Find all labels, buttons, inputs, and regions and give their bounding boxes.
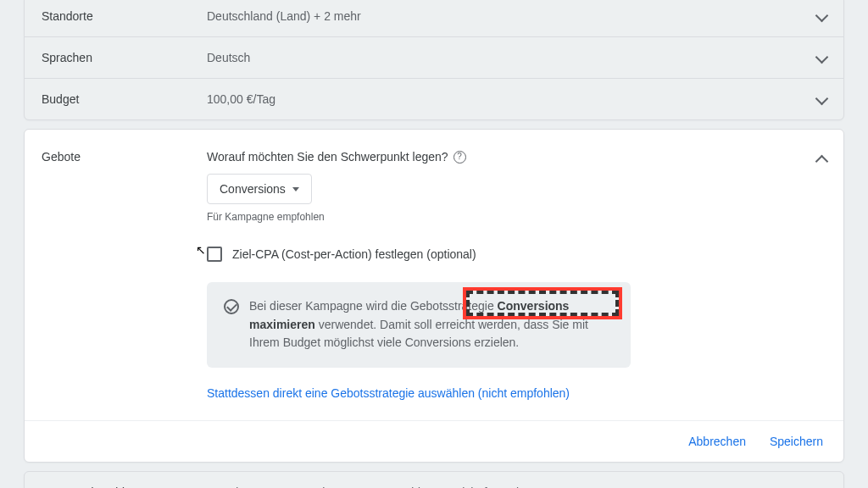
caret-down-icon (292, 187, 299, 191)
row-sprachen[interactable]: Sprachen Deutsch (25, 36, 843, 78)
row-standorte[interactable]: Standorte Deutschland (Land) + 2 mehr (25, 0, 843, 36)
actions-bar: Abbrechen Speichern (25, 420, 843, 462)
gebote-question-text: Worauf möchten Sie den Schwerpunkt legen… (207, 150, 448, 164)
chevron-down-icon (817, 92, 826, 107)
summary-card: Standorte Deutschland (Land) + 2 mehr Sp… (24, 0, 844, 120)
chevron-up-icon[interactable] (817, 152, 826, 420)
chevron-down-icon (817, 485, 826, 488)
strategy-info-box: Bei dieser Kampagne wird die Gebotsstrat… (207, 282, 631, 368)
focus-dropdown[interactable]: Conversions (207, 174, 312, 204)
standorte-label: Standorte (42, 9, 207, 23)
sprachen-value: Deutsch (207, 51, 817, 64)
gebote-section-label: Gebote (42, 150, 207, 420)
strategy-info-text: Bei dieser Kampagne wird die Gebotsstrat… (249, 297, 614, 352)
help-icon[interactable]: ? (453, 151, 466, 164)
gebote-card: Gebote Worauf möchten Sie den Schwerpunk… (24, 129, 844, 463)
cancel-button[interactable]: Abbrechen (688, 435, 746, 448)
save-button[interactable]: Speichern (770, 435, 823, 448)
focus-hint: Für Kampagne empfohlen (207, 211, 817, 223)
info-pre: Bei dieser Kampagne wird die Gebotsstrat… (249, 299, 498, 313)
chevron-down-icon (817, 50, 826, 65)
check-circle-icon (224, 299, 239, 314)
choose-strategy-link[interactable]: Stattdessen direkt eine Gebotsstrategie … (207, 386, 817, 400)
gebote-question: Worauf möchten Sie den Schwerpunkt legen… (207, 150, 817, 164)
budget-value: 100,00 €/Tag (207, 92, 817, 106)
budget-label: Budget (42, 92, 207, 106)
focus-dropdown-value: Conversions (220, 182, 286, 196)
dates-card: Start- und Enddatum Startdatum: 2. Novem… (24, 471, 844, 488)
ziel-cpa-checkbox[interactable] (207, 247, 222, 262)
row-dates[interactable]: Start- und Enddatum Startdatum: 2. Novem… (25, 472, 843, 488)
standorte-value: Deutschland (Land) + 2 mehr (207, 9, 817, 23)
ziel-cpa-label: Ziel-CPA (Cost-per-Action) festlegen (op… (232, 247, 476, 261)
row-budget[interactable]: Budget 100,00 €/Tag (25, 78, 843, 119)
chevron-down-icon (817, 8, 826, 24)
sprachen-label: Sprachen (42, 51, 207, 64)
cursor-icon: ↖ (196, 243, 206, 257)
